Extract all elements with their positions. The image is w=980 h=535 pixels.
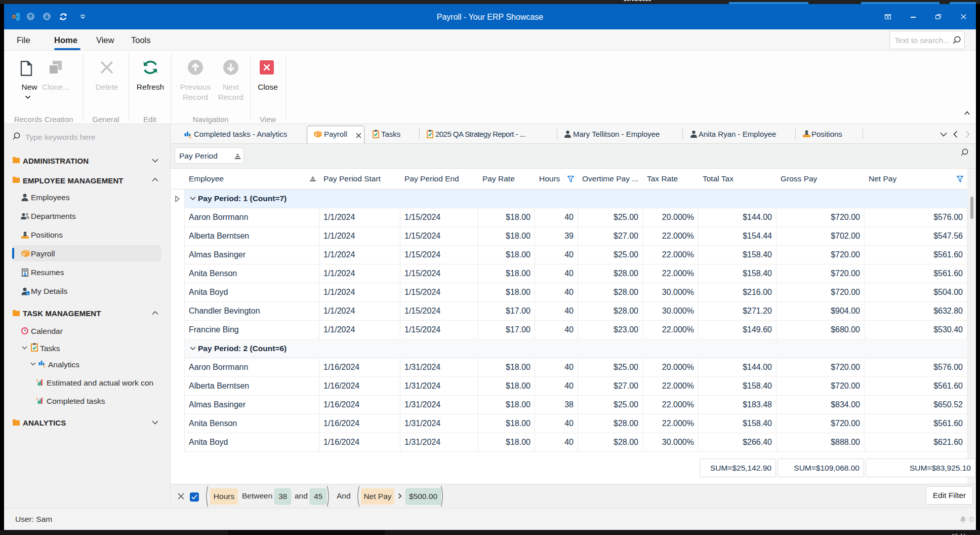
svg-text:Σ: Σ bbox=[43, 364, 46, 367]
svg-text:$: $ bbox=[315, 133, 317, 136]
svg-text:Σ: Σ bbox=[36, 378, 38, 383]
svg-text:Σ: Σ bbox=[36, 397, 38, 401]
svg-text:i: i bbox=[27, 292, 28, 295]
svg-text:Σ: Σ bbox=[189, 134, 191, 138]
svg-text:$: $ bbox=[23, 253, 24, 256]
